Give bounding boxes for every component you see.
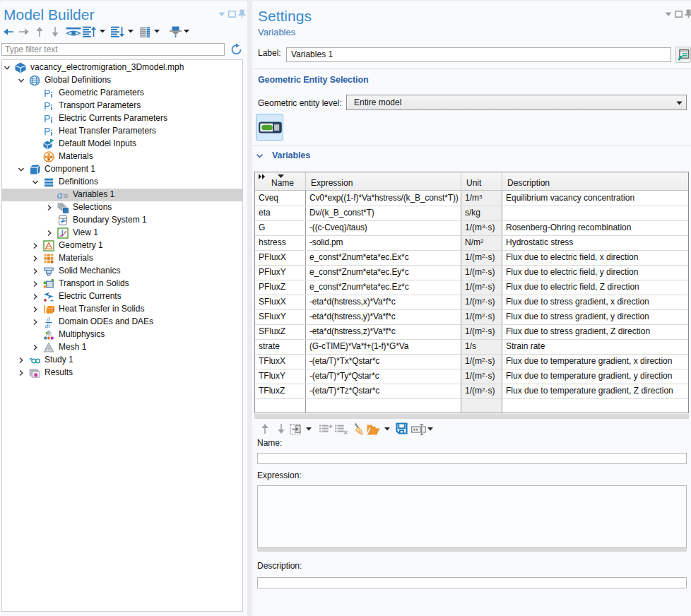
svg-text:a: a — [57, 189, 63, 201]
svg-text:dt: dt — [45, 322, 51, 328]
svg-text:P: P — [44, 113, 50, 124]
svg-text:P: P — [44, 88, 50, 99]
svg-text:P: P — [44, 100, 50, 112]
svg-text:P: P — [44, 126, 50, 137]
